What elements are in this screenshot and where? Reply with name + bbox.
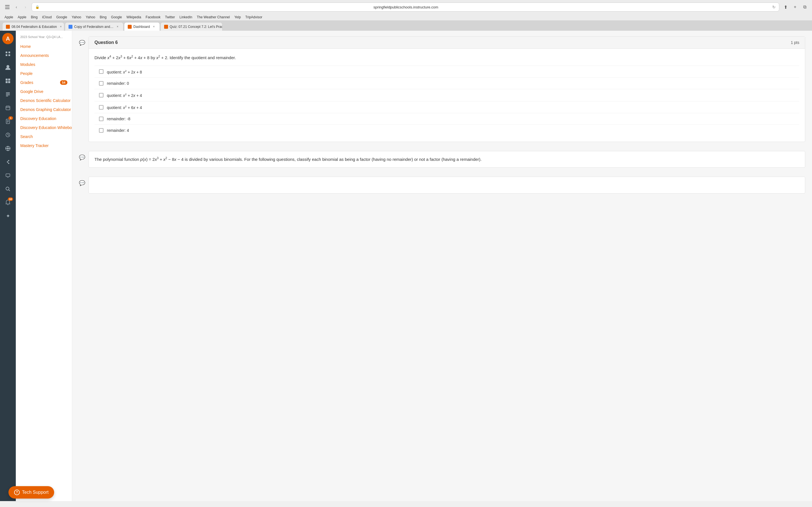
nav-discovery-whiteboard[interactable]: Discovery Education Whiteboard Tool [16, 123, 72, 132]
question6-card: Question 6 1 pts Divide x4 + 2x3 + 6x2 +… [89, 36, 805, 142]
fav-linkedin[interactable]: LinkedIn [180, 15, 192, 19]
nav-mastery-tracker[interactable]: Mastery Tracker [16, 141, 72, 150]
svg-rect-8 [6, 78, 8, 80]
q6-checkbox6[interactable] [99, 128, 103, 133]
user-avatar-btn[interactable] [2, 61, 14, 73]
q6-comment-icon[interactable]: 💬 [79, 40, 85, 46]
screencast-nav-btn[interactable] [2, 169, 14, 182]
fav-yahoo1[interactable]: Yahoo [71, 15, 81, 19]
reload-icon[interactable]: ↻ [772, 5, 776, 9]
school-year-label: 2023 School Year: Q3-Q4 LA... [16, 34, 72, 42]
q6-checkbox4[interactable] [99, 105, 103, 110]
tools-nav-btn[interactable]: ✦ [2, 210, 14, 222]
assignments-badge: 1 [8, 116, 13, 120]
question6-body: Divide x4 + 2x3 + 6x2 + 4x + 8 by x2 + 2… [89, 49, 805, 142]
tab-favicon-3 [128, 25, 132, 29]
q6-checkbox3[interactable] [99, 93, 103, 98]
forward-button[interactable]: › [21, 3, 29, 11]
tab-venn[interactable]: Copy of Federalism and Education Venn Di… [65, 22, 123, 31]
question6-prompt: Divide x4 + 2x3 + 6x2 + 4x + 8 by x2 + 2… [94, 54, 799, 61]
fav-yelp[interactable]: Yelp [234, 15, 241, 19]
sidebar-toggle-btn[interactable] [3, 3, 11, 11]
new-tab-button[interactable]: + [791, 3, 799, 11]
calendar-nav-btn[interactable] [2, 102, 14, 114]
grid-icon-btn[interactable] [2, 48, 14, 60]
assignments-nav-btn[interactable]: 1 [2, 115, 14, 128]
fav-icloud[interactable]: iCloud [42, 15, 52, 19]
q6-option5-text: remainder: -8 [107, 117, 130, 121]
svg-point-30 [7, 150, 8, 151]
back-nav-btn[interactable] [2, 156, 14, 168]
notifications-nav-btn[interactable]: 10 [2, 196, 14, 209]
question8-card [89, 177, 805, 193]
fav-apple2[interactable]: Apple [18, 15, 27, 19]
q6-option6: remainder: 4 [94, 124, 799, 136]
q8-comment-icon[interactable]: 💬 [79, 180, 85, 186]
svg-rect-14 [6, 95, 10, 95]
nav-search[interactable]: Search [16, 132, 72, 141]
q6-checkbox5[interactable] [99, 117, 103, 121]
svg-rect-9 [8, 78, 10, 80]
grades-badge: 54 [60, 80, 67, 85]
q6-option1-text: quotient: x2 + 2x + 8 [107, 69, 142, 74]
q7-comment-icon[interactable]: 💬 [79, 154, 85, 161]
nav-discovery-education[interactable]: Discovery Education [16, 114, 72, 123]
nav-desmos-scientific[interactable]: Desmos Scientific Calculator [16, 96, 72, 105]
svg-rect-2 [5, 8, 10, 9]
fav-google1[interactable]: Google [56, 15, 67, 19]
fav-google2[interactable]: Google [111, 15, 122, 19]
fav-wikipedia[interactable]: Wikipedia [126, 15, 141, 19]
nav-google-drive[interactable]: Google Drive [16, 87, 72, 96]
svg-point-7 [6, 65, 9, 68]
tab-quiz[interactable]: Quiz: 07.21 Concept 7.2: Let's Practice!… [160, 22, 222, 31]
fav-tripadvisor[interactable]: TripAdvisor [245, 15, 262, 19]
svg-rect-11 [8, 81, 10, 83]
history-nav-btn[interactable] [2, 129, 14, 141]
back-button[interactable]: ‹ [12, 3, 20, 11]
svg-rect-21 [7, 120, 9, 121]
tech-support-label: Tech Support [22, 490, 49, 495]
tab-label-1: 08.04 Federalism & Education [11, 25, 57, 29]
courses-nav-btn[interactable] [2, 88, 14, 101]
tab-federalism[interactable]: 08.04 Federalism & Education × [2, 22, 64, 31]
q6-option1: quotient: x2 + 2x + 8 [94, 66, 799, 78]
tab-close-3[interactable]: × [152, 24, 156, 29]
fav-bing2[interactable]: Bing [100, 15, 107, 19]
nav-desmos-graphing[interactable]: Desmos Graphing Calculator [16, 105, 72, 114]
nav-modules[interactable]: Modules [16, 60, 72, 69]
dashboard-nav-btn[interactable] [2, 75, 14, 87]
svg-rect-16 [6, 106, 10, 110]
tech-support-button[interactable]: ? Tech Support [8, 486, 54, 499]
share-button[interactable]: ⬆ [781, 3, 790, 11]
fav-facebook[interactable]: Facebook [146, 15, 161, 19]
canvas-logo[interactable]: A [2, 33, 13, 44]
fav-twitter[interactable]: Twitter [165, 15, 175, 19]
q6-checkbox1[interactable] [99, 69, 103, 74]
tab-dashboard[interactable]: Dashboard × [124, 22, 160, 31]
svg-rect-3 [6, 52, 7, 53]
svg-point-28 [9, 148, 10, 149]
q6-option2-text: remainder: 0 [107, 81, 129, 86]
commons-nav-btn[interactable] [2, 142, 14, 155]
lock-icon: 🔒 [35, 5, 40, 9]
search-nav-btn[interactable] [2, 183, 14, 195]
nav-people[interactable]: People [16, 69, 72, 78]
tab-close-2[interactable]: × [115, 24, 120, 29]
fav-yahoo2[interactable]: Yahoo [86, 15, 95, 19]
fav-weather[interactable]: The Weather Channel [197, 15, 230, 19]
svg-rect-18 [7, 106, 7, 107]
nav-buttons: ‹ › [3, 3, 29, 11]
nav-home[interactable]: Home [16, 42, 72, 51]
nav-grades[interactable]: Grades 54 [16, 78, 72, 87]
browser-chrome: ‹ › 🔒 springfieldpublicschools.instructu… [0, 0, 812, 31]
fav-apple1[interactable]: Apple [4, 15, 13, 19]
browser-toolbar: ‹ › 🔒 springfieldpublicschools.instructu… [0, 0, 812, 14]
fav-bing1[interactable]: Bing [31, 15, 38, 19]
url-display: springfieldpublicschools.instructure.com [42, 5, 770, 9]
q6-checkbox2[interactable] [99, 81, 103, 86]
question7-card: The polynomial function p(x) = 2x3 + x2 … [89, 151, 805, 168]
nav-announcements[interactable]: Announcements [16, 51, 72, 60]
address-bar[interactable]: 🔒 springfieldpublicschools.instructure.c… [32, 3, 779, 11]
tabs-overview-button[interactable]: ⧉ [801, 3, 809, 11]
tab-close-1[interactable]: × [59, 24, 63, 29]
